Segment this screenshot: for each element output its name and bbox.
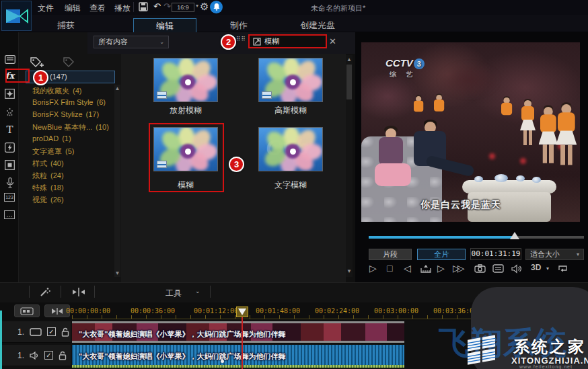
next-frame-icon[interactable]: ▷ bbox=[437, 263, 445, 274]
category-scrollbar[interactable]: ▲ ▼ bbox=[114, 85, 120, 277]
category-item-newblue[interactable]: NewBlue 基本特...(10) bbox=[32, 122, 113, 133]
storyboard-view-icon[interactable] bbox=[14, 304, 40, 317]
track-enable-checkbox[interactable]: ✓ bbox=[47, 327, 56, 336]
category-item-borisfx-film[interactable]: BorisFX Film Style(6) bbox=[32, 98, 113, 109]
trim-marker-icon[interactable] bbox=[420, 264, 431, 273]
instant-project-icon[interactable] bbox=[4, 142, 15, 153]
annotation-box-fx bbox=[5, 69, 30, 83]
gallery-view-icon[interactable]: ⠿⠿ bbox=[236, 38, 246, 40]
watermark-site-name: 系统之家 bbox=[513, 336, 586, 358]
annotation-step-3: 3 bbox=[229, 157, 244, 172]
undo-icon[interactable]: ↶ bbox=[153, 1, 161, 11]
search-box[interactable] bbox=[248, 34, 327, 48]
transition-icon[interactable] bbox=[4, 88, 15, 99]
app-logo bbox=[1, 1, 32, 31]
scrollbar-thumb[interactable] bbox=[346, 65, 352, 99]
search-input[interactable] bbox=[264, 38, 318, 46]
microphone-icon[interactable] bbox=[4, 177, 15, 188]
videostudio-logo-icon bbox=[5, 7, 28, 25]
clip-caption: "大衣哥"领着媳妇演唱《小苹果》，大妈们跳广场舞为他们伴舞 bbox=[79, 329, 402, 339]
cctv-channel-logo: CCTV3 综 艺 bbox=[385, 57, 425, 79]
ruler-timestamp: 00:00:36:00 bbox=[131, 307, 175, 315]
tools-menu[interactable]: 工具 bbox=[166, 288, 182, 299]
menu-play[interactable]: 播放 bbox=[114, 3, 131, 14]
ruler-timestamp: 00:03:00:00 bbox=[374, 307, 418, 315]
tab-share[interactable]: 制作 bbox=[223, 18, 254, 33]
audio-waveform bbox=[72, 365, 404, 368]
project-title: 未命名的新项目* bbox=[311, 3, 365, 13]
media-library-icon[interactable] bbox=[4, 54, 15, 65]
track-lock-icon[interactable] bbox=[59, 351, 67, 360]
effect-thumb-gaussian-blur[interactable] bbox=[258, 58, 323, 102]
gallery-scrollbar[interactable]: ▲ ▼ bbox=[346, 55, 353, 277]
category-item-particle[interactable]: 炫粒(24) bbox=[32, 171, 113, 181]
ruler-timestamp: 00:01:48:00 bbox=[256, 307, 300, 315]
snapshot-camera-icon[interactable] bbox=[474, 264, 486, 273]
track-enable-checkbox[interactable]: ✓ bbox=[44, 351, 53, 360]
save-icon[interactable] bbox=[139, 2, 148, 11]
stop-icon[interactable]: □ bbox=[387, 263, 392, 274]
audio-track-icon[interactable] bbox=[30, 352, 39, 360]
effect-thumb-text-blur[interactable]: Cyb bbox=[258, 127, 323, 171]
zoom-fit-dropdown[interactable]: 适合大小 ▾ bbox=[525, 249, 584, 260]
audio-clip[interactable]: "大衣哥"领着媳妇演唱《小苹果》，大妈们跳广场舞为他们伴舞 bbox=[72, 345, 404, 368]
category-item-visual[interactable]: 视觉(26) bbox=[32, 195, 113, 206]
prev-frame-icon[interactable]: ◁ bbox=[404, 263, 411, 274]
menu-view[interactable]: 查看 bbox=[89, 3, 106, 14]
menu-file[interactable]: 文件 bbox=[38, 3, 54, 14]
loop-playback-icon[interactable] bbox=[557, 264, 568, 273]
split-clip-icon[interactable] bbox=[71, 287, 86, 297]
filter-dropdown[interactable]: 所有内容 ⌄ bbox=[94, 36, 169, 48]
play-icon[interactable]: ▷ bbox=[369, 263, 377, 274]
category-item-text-mask[interactable]: 文字遮罩(5) bbox=[32, 147, 113, 157]
category-item-special[interactable]: 特殊(18) bbox=[32, 183, 113, 194]
category-item-prodad[interactable]: proDAD(1) bbox=[32, 134, 113, 145]
scroll-down-icon[interactable]: ▼ bbox=[114, 270, 120, 276]
chevron-down-icon: ⌄ bbox=[159, 36, 164, 48]
category-item-borisfx-stylize[interactable]: BorisFX Stylize(17) bbox=[32, 110, 113, 121]
movie-mode-button[interactable]: 全片 bbox=[417, 249, 466, 260]
tab-capture[interactable]: 捕获 bbox=[50, 18, 81, 33]
chapter-list-icon[interactable] bbox=[492, 264, 504, 273]
scroll-up-icon[interactable]: ▲ bbox=[114, 85, 120, 91]
menu-edit[interactable]: 编辑 bbox=[65, 3, 81, 14]
seek-bar-thumb[interactable] bbox=[510, 232, 519, 239]
3d-toggle[interactable]: 3D bbox=[531, 263, 541, 272]
category-panel bbox=[19, 32, 121, 282]
overlay-icon[interactable] bbox=[4, 159, 15, 171]
3d-dropdown-icon[interactable]: ▾ bbox=[546, 265, 549, 272]
preview-panel: CCTV3 综 艺 你是白云我是蓝天 bbox=[355, 32, 588, 282]
aspect-ratio-dropdown[interactable]: 16:9 bbox=[172, 3, 194, 12]
search-close-icon[interactable]: ✕ bbox=[329, 36, 336, 46]
effect-badge bbox=[157, 91, 167, 99]
speaker-icon[interactable] bbox=[511, 264, 523, 274]
category-item-favorites[interactable]: 我的收藏夹(4) bbox=[32, 86, 113, 97]
remove-tag-icon[interactable] bbox=[62, 56, 75, 69]
track-lock-icon[interactable] bbox=[61, 327, 69, 337]
chevron-down-icon: ▾ bbox=[577, 249, 579, 259]
scroll-up-icon[interactable]: ▲ bbox=[346, 56, 353, 63]
settings-gear-icon[interactable]: ⚙ bbox=[200, 1, 209, 13]
category-item-style[interactable]: 样式(40) bbox=[32, 159, 113, 169]
add-tag-icon[interactable] bbox=[30, 56, 44, 69]
clip-mode-button[interactable]: 片段 bbox=[369, 249, 412, 260]
effect-label: 高斯模糊 bbox=[254, 105, 328, 116]
title-icon[interactable]: T bbox=[4, 124, 15, 135]
batch-counter-icon[interactable]: 123 bbox=[4, 193, 15, 202]
search-options-icon[interactable] bbox=[253, 38, 261, 46]
seek-bar-progress bbox=[369, 236, 514, 239]
notification-bell-icon[interactable] bbox=[210, 1, 223, 13]
effect-thumb-radial-blur[interactable] bbox=[153, 58, 218, 102]
annotation-box-blur bbox=[149, 123, 224, 192]
video-clip[interactable]: "大衣哥"领着媳妇演唱《小苹果》，大妈们跳广场舞为他们伴舞 bbox=[72, 321, 404, 343]
video-track-icon[interactable] bbox=[30, 328, 42, 336]
playhead-marker[interactable] bbox=[236, 306, 248, 317]
magic-wand-icon[interactable] bbox=[39, 286, 51, 298]
more-dots-icon[interactable]: … bbox=[4, 210, 15, 219]
fast-forward-icon[interactable]: ▷▷ bbox=[453, 263, 462, 274]
particles-icon[interactable] bbox=[4, 106, 15, 118]
effect-badge bbox=[262, 91, 272, 99]
tab-create-disc[interactable]: 创建光盘 bbox=[293, 18, 342, 33]
scroll-down-icon[interactable]: ▼ bbox=[346, 268, 353, 274]
aspect-chevron-icon: ▾ bbox=[196, 3, 198, 9]
